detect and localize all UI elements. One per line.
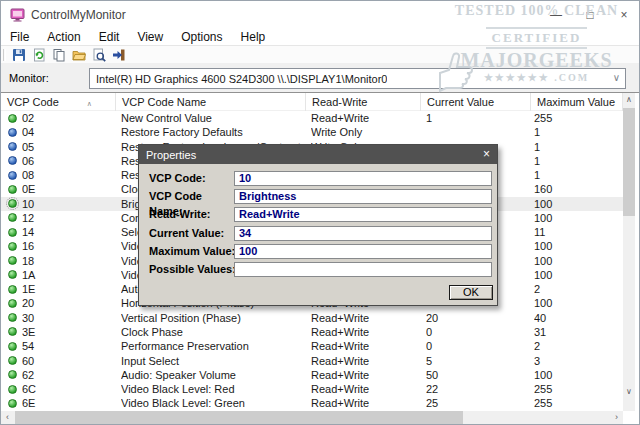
- window-controls: — □ ×: [549, 1, 631, 28]
- menu-item-action[interactable]: Action: [38, 30, 89, 44]
- maximum-value-cell: 1: [534, 140, 620, 154]
- vcp-code-cell: 20: [22, 296, 112, 310]
- read-write-cell: Read+Write: [311, 325, 419, 339]
- table-row[interactable]: 54Performance PreservationRead+Write02: [1, 339, 623, 353]
- monitor-bar: Monitor: Intel(R) HD Graphics 4600 S24D3…: [1, 63, 639, 93]
- possible-values-field[interactable]: [234, 262, 492, 277]
- green-status-dot-icon: [8, 228, 17, 237]
- maximum-value-cell: 100: [534, 268, 620, 282]
- column-header-vcp-code-name[interactable]: VCP Code Name: [116, 93, 306, 111]
- read-write-cell: Read+Write: [311, 354, 419, 368]
- properties-button[interactable]: [69, 46, 89, 63]
- maximum-value-cell: 11: [534, 225, 620, 239]
- maximum-value-cell: 100: [534, 197, 620, 211]
- dialog-close-icon[interactable]: ×: [483, 147, 490, 161]
- find-button[interactable]: [89, 46, 109, 63]
- current-value-cell: 25: [426, 396, 529, 410]
- vcp-code-cell: 04: [22, 125, 112, 139]
- scroll-down-icon[interactable]: ∨: [623, 385, 635, 398]
- table-row[interactable]: 3EClock PhaseRead+Write031: [1, 325, 623, 339]
- blue-status-dot-icon: [8, 142, 17, 151]
- green-status-dot-icon: [8, 299, 17, 308]
- menu-bar: File Action Edit View Options Help: [1, 28, 639, 45]
- copy-button[interactable]: [49, 46, 69, 63]
- maximize-button[interactable]: □: [583, 8, 597, 22]
- read-write-cell: Read+Write: [311, 368, 419, 382]
- field-label-possible-values: Possible Values:: [149, 262, 237, 277]
- menu-item-view[interactable]: View: [128, 30, 172, 44]
- table-row[interactable]: 6EVideo Black Level: GreenRead+Write2525…: [1, 396, 623, 410]
- maximum-value-cell: 100: [534, 254, 620, 268]
- blue-status-dot-icon: [8, 128, 17, 137]
- table-row[interactable]: 04Restore Factory DefaultsWrite Only1: [1, 125, 623, 139]
- maximum-value-cell: 3: [534, 354, 620, 368]
- vcp-code-cell: 10: [22, 197, 112, 211]
- current-value-cell: 5: [426, 354, 529, 368]
- save-button[interactable]: [9, 46, 29, 63]
- menu-item-edit[interactable]: Edit: [90, 30, 129, 44]
- field-label-vcp-code: VCP Code:: [149, 171, 237, 186]
- scroll-left-icon[interactable]: ‹: [1, 411, 14, 424]
- read-write-field[interactable]: Read+Write: [234, 207, 492, 222]
- open-folder-icon: [72, 48, 86, 62]
- field-label-current-value: Current Value:: [149, 226, 237, 241]
- vcp-name-cell: Performance Preservation: [121, 339, 304, 353]
- close-button[interactable]: ×: [617, 8, 631, 22]
- read-write-cell: Write Only: [311, 125, 419, 139]
- vcp-code-cell: 18: [22, 254, 112, 268]
- green-status-dot-icon: [8, 385, 17, 394]
- vcp-code-name-field[interactable]: Brightness: [234, 189, 492, 204]
- read-write-cell: Read+Write: [311, 311, 419, 325]
- vcp-code-cell: 6C: [22, 382, 112, 396]
- scroll-up-icon[interactable]: ∧: [623, 93, 635, 106]
- column-header-vcp-code[interactable]: VCP Code∧: [1, 93, 116, 111]
- horizontal-scroll-thumb[interactable]: [15, 411, 463, 424]
- column-header-maximum-value[interactable]: Maximum Value: [531, 93, 623, 111]
- maximum-value-cell: 100: [534, 368, 620, 382]
- green-status-dot-icon: [8, 242, 17, 251]
- refresh-icon: [32, 48, 46, 62]
- table-row[interactable]: 30Vertical Position (Phase)Read+Write204…: [1, 311, 623, 325]
- vcp-code-cell: 05: [22, 140, 112, 154]
- minimize-button[interactable]: —: [549, 8, 563, 22]
- read-write-cell: Read+Write: [311, 339, 419, 353]
- chevron-down-icon[interactable]: ∨: [613, 72, 620, 83]
- menu-item-file[interactable]: File: [1, 30, 38, 44]
- ok-button[interactable]: OK: [449, 285, 493, 300]
- vcp-name-cell: Video Black Level: Green: [121, 396, 304, 410]
- scroll-right-icon[interactable]: ›: [610, 411, 623, 424]
- column-header-read-write[interactable]: Read-Write: [306, 93, 421, 111]
- table-row[interactable]: 02New Control ValueRead+Write1255: [1, 111, 623, 125]
- monitor-select[interactable]: Intel(R) HD Graphics 4600 S24D300 \\.\DI…: [89, 68, 626, 89]
- blue-status-dot-icon: [8, 171, 17, 180]
- maximum-value-field[interactable]: 100: [234, 244, 492, 259]
- vertical-scrollbar[interactable]: ∧ ∨: [623, 93, 635, 411]
- dialog-title-bar[interactable]: Properties ×: [139, 145, 497, 164]
- maximum-value-cell: 100: [534, 296, 620, 310]
- vcp-code-cell: 6E: [22, 396, 112, 410]
- refresh-button[interactable]: [29, 46, 49, 63]
- menu-item-help[interactable]: Help: [232, 30, 275, 44]
- table-row[interactable]: 60Input SelectRead+Write53: [1, 354, 623, 368]
- controlmymonitor-window: ControlMyMonitor — □ × File Action Edit …: [0, 0, 640, 425]
- maximum-value-cell: 1: [534, 154, 620, 168]
- vertical-scroll-thumb[interactable]: [623, 108, 635, 216]
- exit-button[interactable]: [109, 46, 129, 63]
- vcp-name-cell: Audio: Speaker Volume: [121, 368, 304, 382]
- current-value-field[interactable]: 34: [234, 226, 492, 241]
- vcp-code-field[interactable]: 10: [234, 171, 492, 186]
- horizontal-scrollbar[interactable]: ‹ ›: [1, 411, 623, 424]
- vcp-code-cell: 60: [22, 354, 112, 368]
- table-row[interactable]: 6CVideo Black Level: RedRead+Write22255: [1, 382, 623, 396]
- vcp-code-cell: 30: [22, 311, 112, 325]
- monitor-selected-value: Intel(R) HD Graphics 4600 S24D300 \\.\DI…: [96, 73, 387, 85]
- vcp-code-cell: 16: [22, 239, 112, 253]
- sort-ascending-icon: ∧: [87, 100, 92, 107]
- green-status-dot-icon: [8, 356, 17, 365]
- dialog-title: Properties: [146, 149, 196, 161]
- table-row[interactable]: 62Audio: Speaker VolumeRead+Write50100: [1, 368, 623, 382]
- maximum-value-cell: 100: [534, 211, 620, 225]
- menu-item-options[interactable]: Options: [172, 30, 231, 44]
- vcp-code-cell: 62: [22, 368, 112, 382]
- column-header-current-value[interactable]: Current Value: [421, 93, 531, 111]
